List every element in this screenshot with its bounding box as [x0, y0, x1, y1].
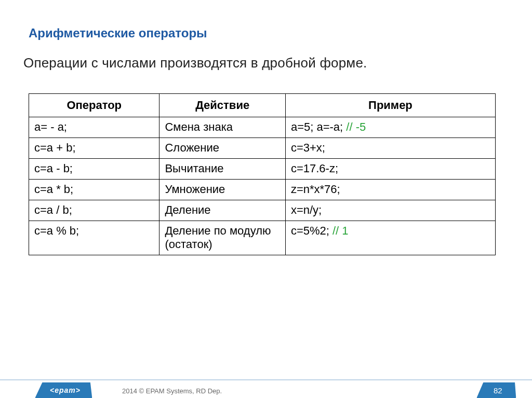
cell-example: a=5; a=-a; // -5	[285, 117, 495, 138]
cell-operator: a= - a;	[29, 117, 159, 138]
cell-example: c=5%2; // 1	[285, 221, 495, 255]
example-code: x=n/y;	[291, 203, 322, 216]
example-comment: // -5	[346, 120, 366, 133]
table-row: c=a + b; Сложение c=3+x;	[29, 138, 496, 159]
cell-action: Деление по модулю (остаток)	[159, 221, 285, 255]
cell-action: Сложение	[159, 138, 285, 159]
col-header-operator: Оператор	[29, 94, 159, 117]
cell-example: z=n*x*76;	[285, 180, 495, 200]
cell-operator: c=a / b;	[29, 200, 159, 221]
cell-operator: c=a * b;	[29, 180, 159, 200]
cell-action: Смена знака	[159, 117, 285, 138]
cell-action: Деление	[159, 200, 285, 221]
footer: <epam> 2014 © EPAM Systems, RD Dep. 82	[0, 379, 532, 398]
copyright-text: 2014 © EPAM Systems, RD Dep.	[122, 387, 222, 395]
epam-logo: <epam>	[35, 382, 95, 398]
cell-action: Вычитание	[159, 159, 285, 180]
cell-action: Умножение	[159, 180, 285, 200]
example-code: z=n*x*76;	[291, 183, 340, 196]
example-code: c=5%2;	[291, 224, 332, 237]
cell-operator: c=a % b;	[29, 221, 159, 255]
example-comment: // 1	[332, 224, 349, 237]
logo-text: <epam>	[50, 386, 81, 394]
cell-example: x=n/y;	[285, 200, 495, 221]
table-row: c=a * b; Умножение z=n*x*76;	[29, 180, 496, 200]
cell-operator: c=a - b;	[29, 159, 159, 180]
slide-subtitle: Операции с числами производятся в дробно…	[23, 55, 367, 71]
col-header-example: Пример	[285, 94, 495, 117]
table-header-row: Оператор Действие Пример	[29, 94, 496, 117]
table-row: c=a % b; Деление по модулю (остаток) c=5…	[29, 221, 496, 255]
cell-operator: c=a + b;	[29, 138, 159, 159]
table-row: c=a - b; Вычитание c=17.6-z;	[29, 159, 496, 180]
cell-example: c=17.6-z;	[285, 159, 495, 180]
table-row: a= - a; Смена знака a=5; a=-a; // -5	[29, 117, 496, 138]
table-row: c=a / b; Деление x=n/y;	[29, 200, 496, 221]
col-header-action: Действие	[159, 94, 285, 117]
example-code: c=3+x;	[291, 141, 325, 154]
cell-example: c=3+x;	[285, 138, 495, 159]
footer-divider	[0, 379, 532, 380]
example-code: c=17.6-z;	[291, 162, 338, 175]
slide: Арифметические операторы Операции с числ…	[0, 0, 532, 398]
page-number-badge: 82	[476, 382, 518, 398]
example-code: a=5; a=-a;	[291, 120, 346, 133]
operators-table: Оператор Действие Пример a= - a; Смена з…	[29, 93, 496, 255]
slide-title: Арифметические операторы	[29, 26, 207, 40]
page-number: 82	[494, 386, 502, 395]
